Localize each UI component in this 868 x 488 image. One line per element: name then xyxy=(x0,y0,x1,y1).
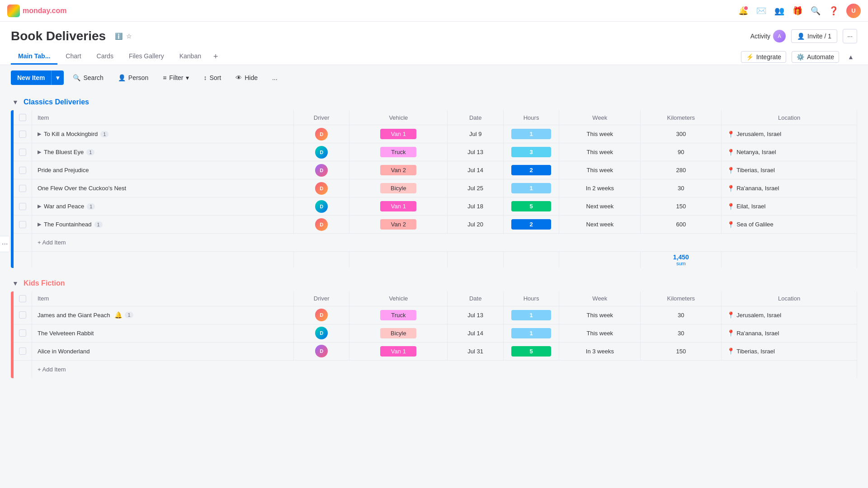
add-item-label-kids[interactable]: + Add Item xyxy=(32,360,857,378)
help-icon[interactable]: ❓ xyxy=(828,5,839,16)
people-icon[interactable]: 👥 xyxy=(774,5,785,16)
expand-icon[interactable]: ▶ xyxy=(38,203,41,209)
th-checkbox-kids xyxy=(14,291,32,306)
th-checkbox-classics xyxy=(14,110,32,125)
hours-cell: 5 xyxy=(511,201,552,211)
km-cell: 90 xyxy=(641,143,722,161)
location-cell: 📍Tiberias, Israel xyxy=(727,347,851,355)
th-date-kids: Date xyxy=(448,291,503,306)
logo[interactable]: monday.com xyxy=(7,5,67,17)
item-name: To Kill a Mockingbird xyxy=(44,131,98,137)
date-cell: Jul 31 xyxy=(448,342,503,360)
info-icon[interactable]: ℹ️ xyxy=(115,33,123,40)
expand-icon[interactable]: ▶ xyxy=(38,221,41,227)
row-checkbox[interactable] xyxy=(19,221,26,228)
row-checkbox[interactable] xyxy=(19,131,26,138)
automate-icon: ⚙️ xyxy=(797,53,804,61)
row-checkbox[interactable] xyxy=(19,329,26,337)
more-toolbar-icon: ... xyxy=(272,74,278,81)
add-item-label[interactable]: + Add Item xyxy=(32,234,857,252)
date-cell: Jul 13 xyxy=(448,143,503,161)
driver-avatar: D xyxy=(315,345,328,357)
vehicle-cell: Van 1 xyxy=(380,346,416,357)
km-cell: 150 xyxy=(641,197,722,216)
location-cell: 📍Eilat, Israel xyxy=(727,203,851,210)
location-cell: 📍Ra'anana, Israel xyxy=(727,185,851,192)
row-checkbox[interactable] xyxy=(19,185,26,192)
group-collapse-classics[interactable]: ▼ xyxy=(11,98,20,107)
item-badge: 1 xyxy=(100,131,108,137)
search-icon[interactable]: 🔍 xyxy=(810,5,821,16)
add-item-row[interactable]: + Add Item xyxy=(14,234,857,252)
week-cell: In 2 weeks xyxy=(559,179,641,197)
item-name: The Velveteen Rabbit xyxy=(38,330,94,337)
invite-icon: 👤 xyxy=(797,33,805,40)
location-text: Ra'anana, Israel xyxy=(736,185,779,192)
sum-label: sum xyxy=(646,261,716,266)
tab-chart[interactable]: Chart xyxy=(58,49,88,65)
th-vehicle-kids: Vehicle xyxy=(349,291,448,306)
location-text: Netanya, Israel xyxy=(736,149,776,155)
side-panel-tab[interactable]: ··· xyxy=(0,236,10,252)
new-item-button[interactable]: New Item ▾ xyxy=(11,70,64,85)
add-tab-button[interactable]: + xyxy=(209,51,222,63)
location-pin-icon: 📍 xyxy=(727,221,735,228)
more-options-button[interactable]: ··· xyxy=(843,29,857,43)
person-button[interactable]: 👤 Person xyxy=(113,71,154,84)
integrate-label: Integrate xyxy=(756,53,781,61)
vehicle-cell: Truck xyxy=(380,147,416,157)
km-cell: 600 xyxy=(641,216,722,234)
search-button[interactable]: 🔍 Search xyxy=(67,71,108,84)
location-cell: 📍Sea of Galilee xyxy=(727,221,851,228)
tab-cards[interactable]: Cards xyxy=(90,49,121,65)
sort-button[interactable]: ↕ Sort xyxy=(198,71,226,84)
invite-button[interactable]: 👤 Invite / 1 xyxy=(791,29,837,43)
location-text: Eilat, Israel xyxy=(736,203,765,210)
gift-icon[interactable]: 🎁 xyxy=(792,5,803,16)
row-checkbox[interactable] xyxy=(19,347,26,355)
select-all-kids[interactable] xyxy=(19,295,26,302)
week-cell: This week xyxy=(559,161,641,179)
row-checkbox[interactable] xyxy=(19,167,26,174)
date-cell: Jul 25 xyxy=(448,179,503,197)
automate-button[interactable]: ⚙️ Automate xyxy=(792,51,839,63)
tab-main[interactable]: Main Tab... xyxy=(11,49,57,65)
more-toolbar-button[interactable]: ... xyxy=(267,71,283,84)
star-icon[interactable]: ☆ xyxy=(126,33,132,40)
row-checkbox[interactable] xyxy=(19,311,26,319)
kids-table: Item Driver Vehicle Date Hours Week Kilo… xyxy=(14,291,857,379)
activity-button[interactable]: Activity A xyxy=(750,30,786,42)
group-title-kids[interactable]: Kids Fiction xyxy=(24,279,65,287)
tab-kanban[interactable]: Kanban xyxy=(172,49,208,65)
tab-files-gallery[interactable]: Files Gallery xyxy=(122,49,171,65)
group-title-classics[interactable]: Classics Deliveries xyxy=(24,98,89,106)
add-item-row-kids[interactable]: + Add Item xyxy=(14,360,857,378)
filter-button[interactable]: ≡ Filter ▾ xyxy=(157,71,194,84)
vehicle-cell: Van 2 xyxy=(380,165,416,175)
user-avatar[interactable]: U xyxy=(846,4,861,18)
bell-icon[interactable]: 🔔 xyxy=(738,5,749,16)
new-item-dropdown-icon[interactable]: ▾ xyxy=(51,70,64,85)
notification-badge: 1 xyxy=(125,312,133,318)
hide-button[interactable]: 👁 Hide xyxy=(230,71,263,84)
sort-label: Sort xyxy=(209,74,221,81)
week-cell: Next week xyxy=(559,197,641,216)
driver-avatar: D xyxy=(315,218,328,231)
week-cell: This week xyxy=(559,306,641,324)
date-cell: Jul 13 xyxy=(448,306,503,324)
km-cell: 30 xyxy=(641,179,722,197)
select-all-classics[interactable] xyxy=(19,114,26,121)
expand-icon[interactable]: ▶ xyxy=(38,149,41,155)
search-icon: 🔍 xyxy=(73,74,80,81)
row-checkbox[interactable] xyxy=(19,203,26,210)
group-collapse-kids[interactable]: ▼ xyxy=(11,279,20,288)
row-checkbox[interactable] xyxy=(19,149,26,156)
person-label: Person xyxy=(128,74,148,81)
driver-avatar: D xyxy=(315,164,328,177)
integrate-button[interactable]: ⚡ Integrate xyxy=(741,51,786,63)
inbox-icon[interactable]: ✉️ xyxy=(756,5,767,16)
app-name: monday.com xyxy=(23,7,67,15)
expand-icon[interactable]: ▶ xyxy=(38,131,41,137)
location-pin-icon: 📍 xyxy=(727,131,735,138)
collapse-button[interactable]: ▲ xyxy=(844,51,857,63)
